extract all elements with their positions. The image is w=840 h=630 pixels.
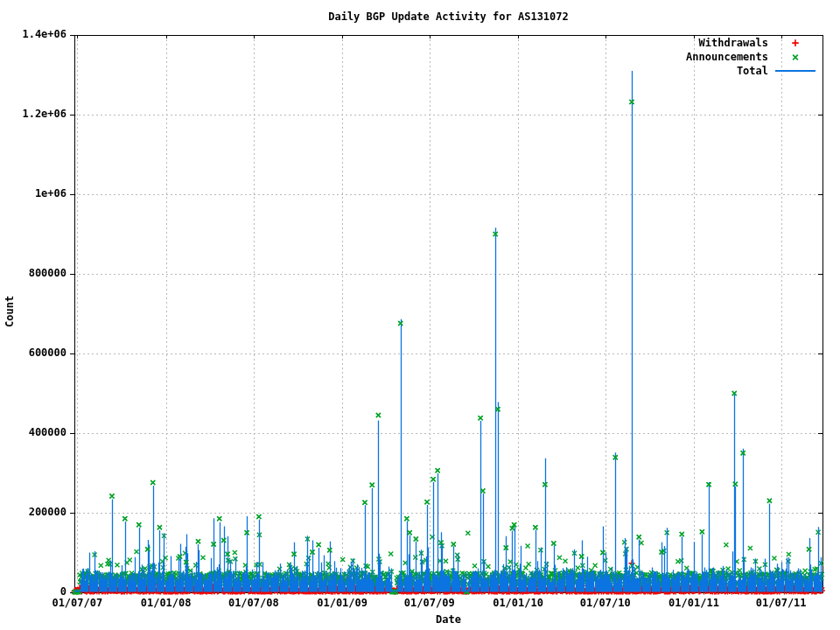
y-axis-title: Count xyxy=(4,296,16,327)
bgp-update-activity-figure: Daily BGP Update Activity for AS131072 C… xyxy=(0,0,840,630)
plot-canvas xyxy=(0,0,840,630)
legend-label-withdrawals: Withdrawals xyxy=(699,37,768,49)
legend-row-announcements: Announcements × xyxy=(686,50,822,64)
legend-row-total: Total xyxy=(686,64,822,78)
line-marker-icon xyxy=(775,70,816,72)
total-line-sample xyxy=(768,70,822,72)
legend-label-total: Total xyxy=(737,65,768,77)
legend: Withdrawals + Announcements × Total xyxy=(686,36,822,78)
withdrawals-marker-sample: + xyxy=(768,38,822,47)
plus-marker-icon: + xyxy=(792,38,799,47)
cross-marker-icon: × xyxy=(792,52,799,61)
announcements-marker-sample: × xyxy=(768,52,822,61)
legend-label-announcements: Announcements xyxy=(686,51,768,63)
legend-row-withdrawals: Withdrawals + xyxy=(686,36,822,50)
x-axis-title: Date xyxy=(74,613,822,626)
chart-title: Daily BGP Update Activity for AS131072 xyxy=(74,10,822,23)
